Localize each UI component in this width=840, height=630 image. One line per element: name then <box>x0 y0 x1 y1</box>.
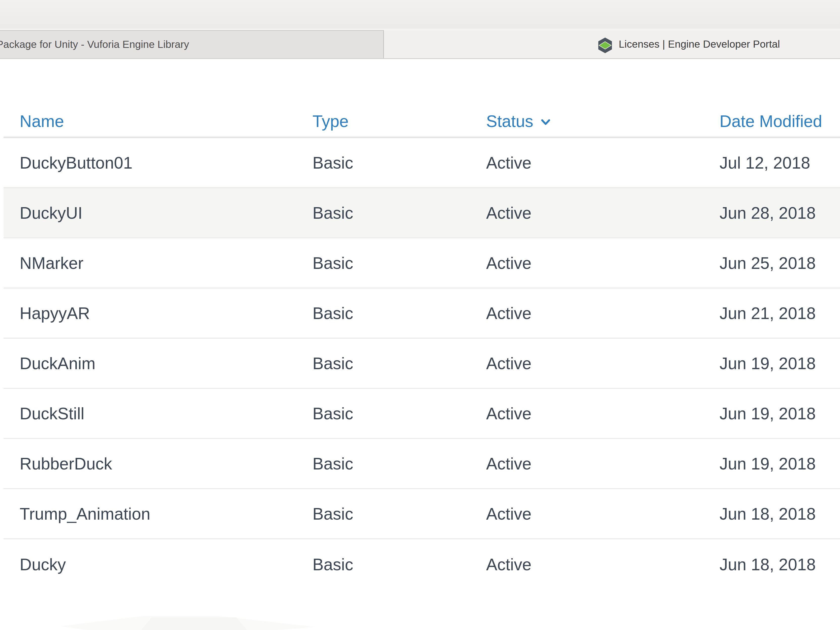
table-row: HapyyAR Basic Active Jun 21, 2018 <box>3 289 840 339</box>
vuforia-favicon-icon <box>598 37 612 54</box>
table-row: DuckyUI Basic Active Jun 28, 2018 <box>3 188 840 238</box>
license-type: Basic <box>313 204 486 223</box>
license-name-link[interactable]: Trump_Animation <box>20 504 313 523</box>
license-type: Basic <box>313 304 486 323</box>
column-header-status[interactable]: Status <box>486 113 720 129</box>
license-status: Active <box>486 254 720 273</box>
table-row: Trump_Animation Basic Active Jun 18, 201… <box>3 489 840 539</box>
column-header-type[interactable]: Type <box>313 113 486 129</box>
license-name-link[interactable]: Ducky <box>20 555 313 574</box>
license-status: Active <box>486 354 720 373</box>
table-row: RubberDuck Basic Active Jun 19, 2018 <box>3 439 840 489</box>
browser-tab-bar: Package for Unity - Vuforia Engine Libra… <box>0 30 840 58</box>
table-row: NMarker Basic Active Jun 25, 2018 <box>3 238 840 289</box>
license-date-modified: Jun 19, 2018 <box>720 454 840 473</box>
chevron-down-icon <box>541 119 550 125</box>
license-name-link[interactable]: DuckyUI <box>20 204 313 223</box>
license-status: Active <box>486 404 720 423</box>
license-type: Basic <box>313 254 486 273</box>
tab-licenses-developer-portal[interactable]: Licenses | Engine Developer Portal <box>384 30 840 58</box>
license-status: Active <box>486 153 720 172</box>
column-header-status-label: Status <box>486 113 533 129</box>
license-date-modified: Jun 19, 2018 <box>720 354 840 373</box>
license-status: Active <box>486 504 720 523</box>
table-row: DuckStill Basic Active Jun 19, 2018 <box>3 389 840 439</box>
license-status: Active <box>486 454 720 473</box>
table-row: DuckyButton01 Basic Active Jul 12, 2018 <box>3 138 840 188</box>
license-date-modified: Jun 25, 2018 <box>720 254 840 273</box>
license-status: Active <box>486 204 720 223</box>
license-type: Basic <box>313 555 486 574</box>
licenses-page: Name Type Status Date Modified DuckyButt… <box>0 59 840 630</box>
license-type: Basic <box>313 404 486 423</box>
license-type: Basic <box>313 354 486 373</box>
column-header-name[interactable]: Name <box>20 113 313 129</box>
browser-top-strip <box>0 0 840 30</box>
license-date-modified: Jun 28, 2018 <box>720 204 840 223</box>
license-name-link[interactable]: HapyyAR <box>20 304 313 323</box>
license-name-link[interactable]: DuckAnim <box>20 354 313 373</box>
tab-package-for-unity[interactable]: Package for Unity - Vuforia Engine Libra… <box>0 30 384 58</box>
table-row: Ducky Basic Active Jun 18, 2018 <box>3 539 840 589</box>
license-type: Basic <box>313 153 486 172</box>
license-name-link[interactable]: DuckyButton01 <box>20 153 313 172</box>
license-date-modified: Jun 18, 2018 <box>720 555 840 574</box>
license-status: Active <box>486 304 720 323</box>
license-date-modified: Jun 19, 2018 <box>720 404 840 423</box>
license-date-modified: Jun 21, 2018 <box>720 304 840 323</box>
tab-title: Package for Unity - Vuforia Engine Libra… <box>0 39 189 51</box>
license-date-modified: Jul 12, 2018 <box>720 153 840 172</box>
license-date-modified: Jun 18, 2018 <box>720 504 840 523</box>
license-type: Basic <box>313 454 486 473</box>
table-row: DuckAnim Basic Active Jun 19, 2018 <box>3 339 840 389</box>
table-body: DuckyButton01 Basic Active Jul 12, 2018 … <box>0 138 840 589</box>
table-header-row: Name Type Status Date Modified <box>3 59 840 138</box>
bottom-faint-shape-inner <box>141 617 247 630</box>
license-name-link[interactable]: RubberDuck <box>20 454 313 473</box>
column-header-date-modified[interactable]: Date Modified <box>720 113 840 129</box>
license-type: Basic <box>313 504 486 523</box>
license-status: Active <box>486 555 720 574</box>
tab-title: Licenses | Engine Developer Portal <box>619 38 780 50</box>
license-name-link[interactable]: NMarker <box>20 254 313 273</box>
license-name-link[interactable]: DuckStill <box>20 404 313 423</box>
